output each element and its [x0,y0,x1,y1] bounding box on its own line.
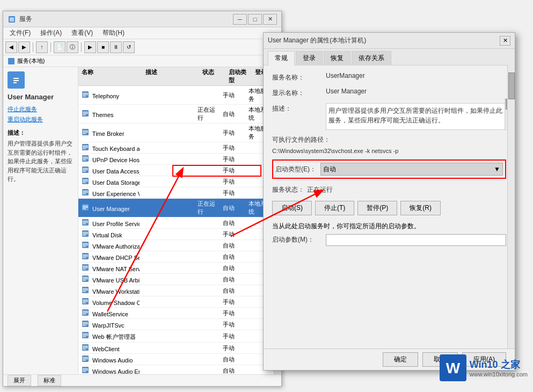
service-icon [8,71,25,89]
dialog-scroll-thumb[interactable] [508,72,515,99]
menu-help[interactable]: 帮助(H) [98,27,129,39]
service-row-start: 自动 [220,367,245,375]
service-name-row: 服务名称： UserManager [272,72,506,82]
menu-view[interactable]: 查看(V) [67,27,97,39]
service-row-start: 自动 [220,264,245,272]
service-row[interactable]: UPnP Device Host 手动 [78,154,274,165]
tab-dependencies[interactable]: 依存关系 [352,51,391,66]
start-param-label: 启动参数(M)： [272,234,326,244]
service-row-start: 自动 [220,355,245,364]
service-row-start: 手动 [220,166,245,175]
col-header-desc: 描述 [142,68,199,84]
svg-rect-23 [83,147,88,148]
service-row[interactable]: Volume Shadow Copy 手动 [78,296,274,308]
startup-type-value: 自动 [323,165,336,174]
service-row-name: WalletService [78,309,140,317]
service-row[interactable]: User Data Storage_62b24 手动 [78,176,274,187]
standard-tab[interactable]: 标准 [38,375,61,386]
expand-tab[interactable]: 展开 [8,375,31,386]
service-row-icon [82,252,89,260]
service-row[interactable]: Web 帐户管理器 手动 [78,330,274,343]
start-param-description: 当从此处启动服务时，你可指定所适用的启动参数。 [272,222,506,231]
resume-service-button[interactable]: 恢复(R) [400,201,441,215]
service-row[interactable]: Windows Audio 自动 [78,354,274,365]
service-row[interactable]: WebClient 手动 [78,343,274,354]
service-row[interactable]: User Data Access_62b24f 手动 [78,165,274,176]
service-row[interactable]: Themes 正在运行 自动 本地系统 [78,105,274,124]
service-row[interactable]: VMware NAT Service 自动 [78,263,274,274]
startup-type-dropdown[interactable]: 自动 ▼ [320,163,503,176]
service-row[interactable]: Touch Keyboard and Han... 手动 [78,142,274,154]
tab-recovery[interactable]: 恢复 [324,51,351,66]
service-row[interactable]: User Profile Service 自动 [78,217,274,229]
svg-rect-30 [83,168,88,169]
svg-rect-6 [13,78,19,79]
pause-button[interactable]: ⏸ [110,41,122,53]
svg-rect-82 [83,322,88,323]
service-row[interactable]: User Experience Virtualiza... 手动 [78,187,274,199]
col-header-status: 状态 [199,68,225,84]
tab-general[interactable]: 常规 [268,51,295,66]
service-row[interactable]: WarpJITSvc 手动 [78,319,274,330]
svg-rect-95 [83,359,88,360]
service-row-name: Windows Audio [78,355,140,364]
svg-rect-79 [83,313,88,314]
service-row-icon [82,219,89,226]
stop-service-link[interactable]: 停止此服务 [8,105,74,113]
service-row[interactable]: WalletService 手动 [78,308,274,319]
up-button[interactable]: ↑ [36,41,48,53]
service-row[interactable]: VMware Authorization Se... 自动 [78,240,274,251]
ok-button[interactable]: 确定 [383,352,418,367]
service-row[interactable]: User Manager 正在运行 自动 本地系统 [78,199,274,217]
maximize-button[interactable]: □ [248,14,262,25]
service-row-name: User Experience Virtualiza... [78,188,140,197]
properties-button[interactable]: ⓘ [67,41,78,53]
restart-button[interactable]: ↺ [123,41,135,53]
svg-rect-43 [83,207,88,208]
service-row-name: UPnP Device Host [78,155,140,163]
service-row[interactable]: VMware USB Arbitration ... 自动 [78,274,274,285]
show-hide-button[interactable]: 📄 [54,41,65,53]
svg-rect-66 [83,277,88,278]
service-row-icon [82,344,89,351]
exec-path-label: 可执行文件的路径： [272,135,506,144]
start-service-button[interactable]: 启动(S) [272,201,312,215]
service-row-start: 手动 [220,189,245,197]
dialog-close-button[interactable]: ✕ [500,36,510,46]
service-row-icon [82,155,89,162]
service-row-start: 手动 [220,144,245,152]
svg-rect-90 [83,346,88,347]
svg-rect-92 [83,349,86,350]
service-row-name: Telephony [78,91,140,99]
service-row[interactable]: Telephony 手动 本地服务 [78,86,274,105]
menu-file[interactable]: 文件(F) [5,27,35,39]
dialog-scrollbar[interactable] [507,65,515,349]
minimize-button[interactable]: ─ [233,14,247,25]
play-button[interactable]: ▶ [84,41,96,53]
service-row-icon [82,177,89,185]
service-row[interactable]: Time Broker 手动 本地服务 [78,124,274,142]
svg-rect-70 [83,288,88,289]
close-button[interactable]: ✕ [263,14,277,25]
restart-service-link[interactable]: 重启动此服务 [8,115,74,124]
service-row[interactable]: VMware Workstation Ser... 自动 [78,285,274,296]
stop-service-button[interactable]: 停止(T) [315,201,354,215]
service-row-start: 自动 [220,110,245,118]
start-param-row: 启动参数(M)： [272,234,506,252]
service-row-icon [82,204,89,211]
svg-rect-15 [83,113,88,114]
start-param-input[interactable] [326,234,506,246]
service-row[interactable]: Virtual Disk 手动 [78,229,274,240]
svg-rect-26 [83,157,88,158]
main-window: 服务 ─ □ ✕ 文件(F) 操作(A) 查看(V) 帮助(H) ◀ ▶ ↑ 📄… [3,11,282,387]
watermark-brand: Win10 之家 [470,358,528,371]
tab-login[interactable]: 登录 [296,51,323,66]
toolbar-separator-3 [81,42,82,52]
menu-action[interactable]: 操作(A) [36,27,66,39]
forward-button[interactable]: ▶ [18,41,30,53]
stop-button[interactable]: ■ [97,41,109,53]
back-button[interactable]: ◀ [5,41,17,53]
service-row-start: 自动 [220,253,245,261]
service-row[interactable]: VMware DHCP Service 自动 [78,251,274,263]
pause-service-button[interactable]: 暂停(P) [357,201,397,215]
